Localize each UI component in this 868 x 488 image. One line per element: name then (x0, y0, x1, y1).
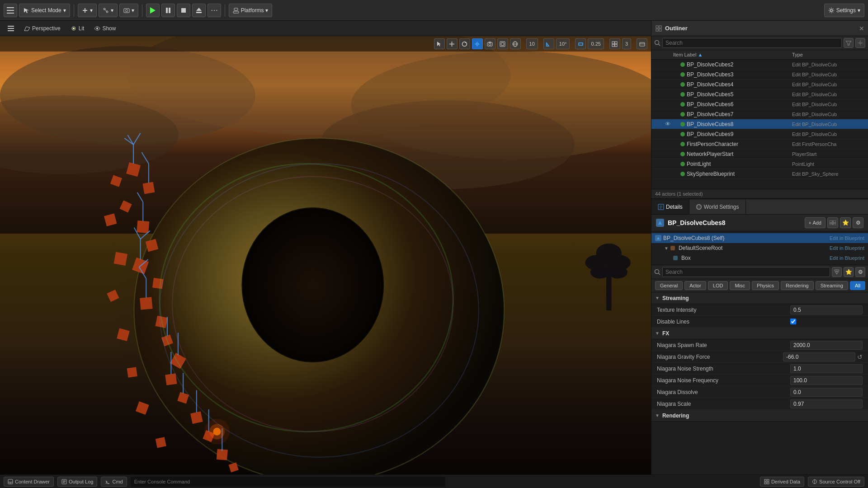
outliner-settings-button[interactable] (855, 38, 865, 48)
col-header-item-label[interactable]: Item Label ▲ (673, 52, 792, 57)
source-control-button[interactable]: Source Control Off (808, 477, 864, 487)
vp-maximize-btn[interactable] (637, 38, 647, 49)
filter-tab-lod[interactable]: LOD (708, 281, 728, 290)
add-actor-button[interactable]: ▾ (78, 4, 97, 17)
edit-blueprint-link-self[interactable]: Edit in Blueprint (830, 235, 864, 241)
edit-blueprint-link-default[interactable]: Edit in Blueprint (830, 245, 864, 251)
select-mode-button[interactable]: Select Mode ▾ (19, 4, 70, 17)
edit-blueprint-link-box[interactable]: Edit in Blueprint (830, 255, 864, 261)
svg-rect-104 (501, 42, 504, 45)
svg-point-24 (96, 28, 98, 29)
outliner-search-input[interactable] (662, 38, 842, 48)
actor-menu-button[interactable]: ⚙ (853, 217, 863, 228)
tab-details[interactable]: Details (651, 199, 689, 214)
snap-settings-button[interactable]: ▾ (99, 4, 118, 17)
vp-select-tool[interactable] (434, 38, 445, 49)
camera-button[interactable]: ▾ (119, 4, 138, 17)
outliner-item-type: Edit BP_DisolveCub (792, 102, 864, 107)
output-log-button[interactable]: Output Log (57, 477, 97, 487)
filter-tab-rendering[interactable]: Rendering (781, 281, 814, 290)
eject-button[interactable] (192, 4, 206, 17)
derived-data-button[interactable]: Derived Data (760, 477, 804, 487)
console-command-input[interactable] (134, 479, 442, 484)
tree-row-defaultsceneroot[interactable]: ▼ DefaultSceneRoot Edit in Blueprint (651, 243, 868, 253)
details-filter-button[interactable] (832, 267, 842, 277)
filter-tab-streaming[interactable]: Streaming (816, 281, 848, 290)
self-icon (655, 235, 661, 241)
tree-row-self[interactable]: BP_DisolveCubes8 (Self) Edit in Blueprin… (651, 233, 868, 243)
hamburger-menu-button[interactable] (4, 23, 18, 34)
svg-line-120 (659, 44, 660, 46)
outliner-row[interactable]: BP_DisolveCubes2Edit BP_DisolveCub (651, 60, 868, 70)
filter-tab-misc[interactable]: Misc (730, 281, 750, 290)
pause-button[interactable] (161, 4, 175, 17)
vp-viewport-btn[interactable] (609, 38, 620, 49)
outliner-close-button[interactable]: ✕ (859, 25, 864, 32)
outliner-row[interactable]: BP_DisolveCubes3Edit BP_DisolveCub (651, 70, 868, 80)
perspective-button[interactable]: Perspective (20, 23, 65, 34)
outliner-row[interactable]: NetworkPlayerStartPlayerStart (651, 149, 868, 159)
vp-camera-tool[interactable] (485, 38, 495, 49)
svg-rect-47 (190, 412, 203, 424)
vp-rotate-tool[interactable] (459, 38, 470, 49)
prop-value-niagaranoisestrength[interactable]: 1.0 (790, 364, 863, 373)
filter-tab-actor[interactable]: Actor (684, 281, 706, 290)
actor-favorite-button[interactable]: ⭐ (840, 217, 851, 228)
tree-row-box[interactable]: Box Edit in Blueprint (651, 253, 868, 263)
add-component-button[interactable]: + Add (805, 217, 826, 228)
derived-data-icon (764, 479, 769, 484)
stop-button[interactable] (177, 4, 190, 17)
outliner-row[interactable]: SkySphereBlueprintEdit BP_Sky_Sphere (651, 169, 868, 179)
vp-transform-tool[interactable] (447, 38, 458, 49)
outliner-item-type: Edit BP_DisolveCub (792, 92, 864, 97)
settings-button[interactable]: Settings ▾ (824, 4, 864, 17)
filter-tab-general[interactable]: General (655, 281, 683, 290)
vp-scale-icon[interactable] (575, 38, 586, 49)
cmd-button[interactable]: Cmd (101, 477, 127, 487)
outliner-row[interactable]: BP_DisolveCubes7Edit BP_DisolveCub (651, 109, 868, 119)
tab-world-settings[interactable]: World Settings (689, 199, 746, 214)
prop-value-niagaradissolve[interactable]: 0.0 (790, 388, 863, 397)
outliner-row[interactable]: FirstPersonCharacterEdit FirstPersonCha (651, 139, 868, 149)
filter-tab-all[interactable]: All (850, 281, 865, 290)
outliner-row[interactable]: PointLightPointLight (651, 159, 868, 169)
viewport[interactable]: 10 10° 0.25 (0, 36, 651, 474)
platforms-button[interactable]: Platforms ▾ (229, 4, 273, 17)
prop-value-niagaragravityforce[interactable]: -66.0 (783, 352, 855, 361)
more-options-button[interactable]: ⋯ (208, 4, 221, 17)
vp-world-tool[interactable] (510, 38, 521, 49)
texture-intensity-value[interactable]: 0.5 (790, 305, 863, 314)
disable-lines-checkbox[interactable] (790, 319, 796, 324)
undo-button[interactable]: ↺ (857, 353, 863, 361)
outliner-filter-button[interactable] (844, 38, 854, 48)
fx-section-header[interactable]: ▼FX (651, 328, 868, 339)
filter-tab-physics[interactable]: Physics (752, 281, 779, 290)
details-search-input[interactable] (662, 267, 830, 277)
outliner-row[interactable]: 👁BP_DisolveCubes8Edit BP_DisolveCub (651, 119, 868, 129)
vp-snap-tool[interactable] (497, 38, 508, 49)
details-favorite-button[interactable]: ⭐ (844, 267, 854, 277)
separator-1 (74, 4, 74, 17)
rendering-section-header[interactable]: ▼Rendering (651, 410, 868, 422)
prop-value-niagarascale[interactable]: 0.97 (790, 399, 863, 408)
visibility-icon[interactable]: 👁 (665, 121, 671, 127)
col-header-type[interactable]: Type (792, 52, 864, 57)
outliner-row[interactable]: BP_DisolveCubes5Edit BP_DisolveCub (651, 89, 868, 99)
outliner-row[interactable]: BP_DisolveCubes9Edit BP_DisolveCub (651, 129, 868, 139)
actor-type-dot (680, 102, 685, 107)
streaming-section-header[interactable]: ▼Streaming (651, 292, 868, 304)
content-drawer-button[interactable]: Content Drawer (4, 477, 54, 487)
prop-value-niagaranoisefrequency[interactable]: 100.0 (790, 376, 863, 385)
outliner-row[interactable]: BP_DisolveCubes4Edit BP_DisolveCub (651, 80, 868, 89)
outliner-row[interactable]: BP_DisolveCubes6Edit BP_DisolveCub (651, 99, 868, 109)
play-button[interactable] (146, 4, 160, 17)
actor-view-toggle[interactable] (827, 217, 838, 228)
vp-scale-tool[interactable] (472, 38, 483, 49)
menu-button[interactable] (4, 4, 17, 17)
lit-button[interactable]: Lit (66, 23, 89, 34)
svg-rect-110 (615, 42, 617, 44)
show-button[interactable]: Show (90, 23, 120, 34)
vp-angle-icon[interactable] (543, 38, 554, 49)
details-settings-button[interactable]: ⚙ (855, 267, 865, 277)
prop-value-niagaraspawnrate[interactable]: 2000.0 (790, 341, 863, 350)
